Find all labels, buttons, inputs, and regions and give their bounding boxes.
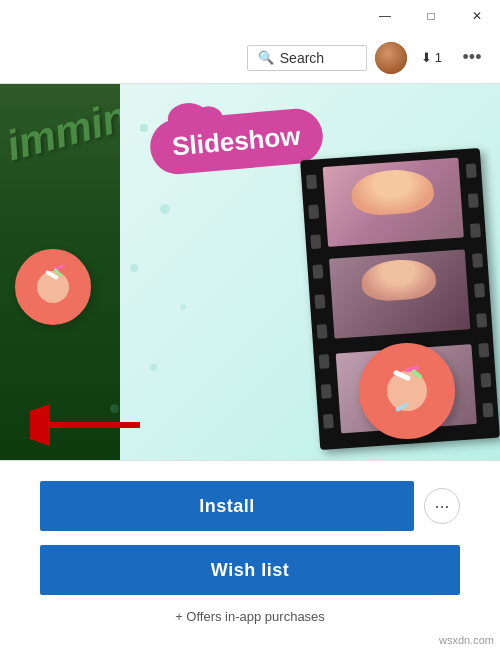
search-box[interactable]: 🔍 Search: [247, 45, 367, 71]
hero-background: imming Slideshow: [0, 84, 500, 464]
decoration-dot: [110, 404, 119, 413]
film-hole: [472, 253, 483, 268]
film-hole: [321, 384, 332, 399]
install-button[interactable]: Install: [40, 481, 414, 531]
film-hole: [482, 403, 493, 418]
search-icon: 🔍: [258, 50, 274, 65]
action-area: Install ··· Wish list + Offers in-app pu…: [0, 460, 500, 650]
film-hole: [476, 313, 487, 328]
film-hole: [470, 223, 481, 238]
film-hole: [478, 343, 489, 358]
more-menu-button[interactable]: •••: [456, 42, 488, 74]
film-photo-1: [323, 158, 464, 247]
install-more-button[interactable]: ···: [424, 488, 460, 524]
download-icon: ⬇: [421, 50, 432, 65]
decoration-dot: [140, 124, 148, 132]
slideshow-label: Slideshow: [171, 120, 302, 161]
offers-text: + Offers in-app purchases: [40, 609, 460, 624]
donut-right: [359, 343, 455, 439]
wish-list-button[interactable]: Wish list: [40, 545, 460, 595]
film-photo-2: [329, 249, 470, 338]
slideshow-badge: Slideshow: [148, 107, 325, 177]
decoration-dot: [160, 204, 170, 214]
title-bar: — □ ✕: [362, 0, 500, 32]
film-hole: [319, 354, 330, 369]
hero-left-text: imming: [1, 85, 120, 170]
download-count: 1: [435, 50, 442, 65]
download-badge[interactable]: ⬇ 1: [415, 46, 448, 69]
search-label: Search: [280, 50, 324, 66]
avatar-image: [375, 42, 407, 74]
decoration-dot: [150, 364, 157, 371]
film-hole: [323, 414, 334, 429]
film-hole: [474, 283, 485, 298]
decoration-dot: [130, 264, 138, 272]
film-hole: [480, 373, 491, 388]
decoration-dot: [180, 304, 186, 310]
film-hole: [308, 204, 319, 219]
film-hole: [312, 264, 323, 279]
film-hole: [468, 193, 479, 208]
avatar[interactable]: [375, 42, 407, 74]
hero-area: imming Slideshow: [0, 84, 500, 464]
film-hole: [317, 324, 328, 339]
donut-left: [15, 249, 91, 325]
minimize-button[interactable]: —: [362, 0, 408, 32]
maximize-button[interactable]: □: [408, 0, 454, 32]
watermark: wsxdn.com: [439, 634, 494, 646]
install-row: Install ···: [40, 481, 460, 531]
close-button[interactable]: ✕: [454, 0, 500, 32]
film-hole: [466, 163, 477, 178]
film-hole: [306, 175, 317, 190]
film-hole: [315, 294, 326, 309]
film-hole: [310, 234, 321, 249]
nav-bar: 🔍 Search ⬇ 1 •••: [0, 32, 500, 84]
